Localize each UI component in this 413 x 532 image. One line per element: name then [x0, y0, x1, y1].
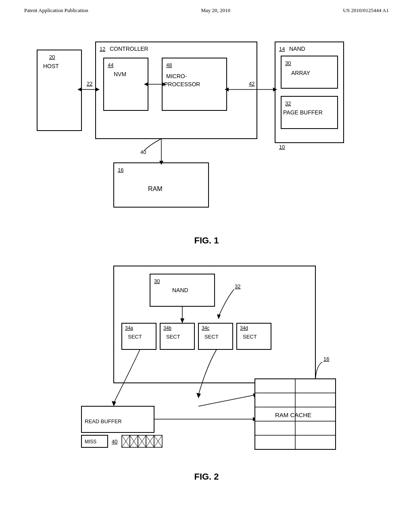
svg-text:12: 12 [100, 46, 105, 52]
svg-text:40: 40 [140, 149, 146, 155]
svg-text:16: 16 [118, 167, 123, 173]
svg-rect-57 [237, 323, 271, 349]
svg-marker-28 [96, 87, 100, 91]
svg-rect-40 [114, 266, 315, 383]
svg-text:SECT: SECT [128, 334, 142, 340]
svg-line-85 [154, 435, 162, 447]
svg-rect-78 [138, 435, 146, 447]
svg-text:44: 44 [108, 62, 113, 68]
svg-line-83 [146, 435, 154, 447]
svg-marker-27 [77, 87, 81, 91]
fig1-diagram: 20 HOST 12 CONTROLLER 44 NVM 48 MICRO- P… [24, 30, 389, 227]
svg-text:30: 30 [285, 60, 291, 66]
svg-rect-0 [37, 50, 81, 131]
svg-line-73 [122, 435, 130, 447]
svg-marker-66 [253, 417, 258, 421]
svg-marker-34 [273, 87, 277, 91]
svg-text:CONTROLLER: CONTROLLER [110, 46, 148, 52]
svg-text:MISS: MISS [85, 439, 96, 445]
svg-text:ARRAY: ARRAY [291, 70, 311, 76]
svg-line-86 [154, 435, 162, 447]
header-center: May 20, 2010 [201, 7, 230, 14]
svg-text:14: 14 [279, 46, 285, 52]
svg-rect-69 [81, 435, 108, 447]
svg-rect-63 [81, 406, 154, 432]
svg-text:40: 40 [112, 438, 117, 445]
svg-line-82 [146, 435, 154, 447]
header-left: Patent Application Publication [24, 7, 88, 14]
fig2-diagram: 30 NAND 32 34a SECT 34b SECT 34c SECT [24, 258, 389, 484]
svg-text:22: 22 [87, 81, 92, 87]
page-header: Patent Application Publication May 20, 2… [0, 0, 413, 18]
svg-rect-41 [150, 274, 215, 306]
svg-marker-32 [162, 82, 166, 86]
svg-line-79 [138, 435, 146, 447]
svg-text:SECT: SECT [204, 334, 219, 340]
svg-rect-81 [146, 435, 154, 447]
svg-text:42: 42 [249, 81, 254, 87]
svg-rect-9 [162, 58, 227, 110]
svg-marker-47 [180, 318, 184, 323]
svg-text:30: 30 [154, 278, 160, 284]
svg-line-74 [122, 435, 130, 447]
svg-text:SECT: SECT [243, 334, 257, 340]
svg-rect-6 [104, 58, 148, 110]
svg-text:RAM CACHE: RAM CACHE [275, 411, 311, 418]
svg-text:34a: 34a [125, 325, 133, 331]
svg-text:READ BUFFER: READ BUFFER [85, 418, 122, 424]
svg-line-76 [130, 435, 138, 447]
svg-marker-31 [144, 82, 148, 86]
svg-text:HOST: HOST [43, 63, 59, 69]
svg-text:34b: 34b [163, 325, 171, 331]
svg-marker-61 [112, 401, 116, 406]
svg-text:NAND: NAND [172, 287, 188, 293]
svg-text:34c: 34c [202, 325, 209, 331]
header-right: US 2010/0125444 A1 [343, 7, 389, 14]
svg-marker-68 [253, 393, 257, 397]
svg-rect-22 [114, 163, 209, 207]
svg-rect-16 [281, 56, 338, 88]
svg-text:PAGE BUFFER: PAGE BUFFER [283, 109, 323, 116]
svg-text:20: 20 [49, 54, 55, 60]
svg-text:NVM: NVM [114, 71, 126, 77]
svg-rect-54 [198, 323, 233, 349]
svg-text:32: 32 [285, 100, 291, 106]
svg-rect-72 [122, 435, 130, 447]
svg-line-67 [198, 395, 255, 406]
svg-text:48: 48 [166, 62, 172, 68]
svg-marker-35 [225, 87, 229, 91]
svg-rect-75 [130, 435, 138, 447]
svg-rect-84 [154, 435, 162, 447]
svg-marker-38 [159, 161, 163, 165]
svg-rect-3 [96, 42, 257, 139]
svg-text:16: 16 [323, 356, 329, 362]
svg-text:SECT: SECT [166, 334, 180, 340]
svg-line-77 [130, 435, 138, 447]
svg-text:34d: 34d [240, 325, 248, 331]
svg-text:PROCESSOR: PROCESSOR [164, 81, 200, 87]
svg-text:32: 32 [235, 283, 240, 289]
svg-marker-45 [217, 314, 221, 319]
main-content: 20 HOST 12 CONTROLLER 44 NVM 48 MICRO- P… [0, 18, 413, 494]
svg-rect-48 [122, 323, 156, 349]
svg-text:NAND: NAND [289, 46, 305, 52]
svg-text:10: 10 [279, 144, 285, 150]
svg-text:MICRO-: MICRO- [166, 73, 187, 79]
svg-rect-13 [275, 42, 344, 143]
svg-rect-87 [255, 379, 336, 449]
svg-rect-51 [160, 323, 194, 349]
svg-line-80 [138, 435, 146, 447]
svg-text:RAM: RAM [148, 185, 163, 192]
svg-marker-62 [196, 393, 201, 398]
fig1-label: FIG. 1 [24, 235, 389, 246]
svg-rect-19 [281, 96, 338, 129]
